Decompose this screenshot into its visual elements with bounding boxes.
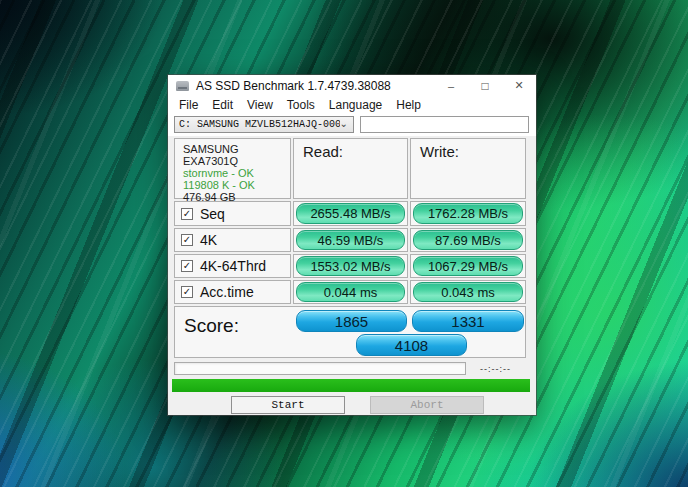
window-controls: – □ ✕ xyxy=(434,75,536,96)
test-row-4k: ✓ 4K xyxy=(174,228,291,252)
4k-write-cell: 87.69 MB/s xyxy=(410,228,526,252)
4k-read-cell: 46.59 MB/s xyxy=(293,228,408,252)
4k64-read-cell: 1553.02 MB/s xyxy=(293,254,408,278)
score-read-value: 1865 xyxy=(296,310,407,332)
device-model: SAMSUNG xyxy=(183,143,290,155)
device-info-panel: SAMSUNG EXA7301Q stornvme - OK 119808 K … xyxy=(174,138,291,199)
4k64-write-value: 1067.29 MB/s xyxy=(413,256,523,276)
menu-help[interactable]: Help xyxy=(389,98,428,112)
test-row-4k64: ✓ 4K-64Thrd xyxy=(174,254,291,278)
device-driver-status: stornvme - OK xyxy=(183,167,290,179)
abort-button[interactable]: Abort xyxy=(370,396,484,414)
checkbox-4k[interactable]: ✓ xyxy=(181,234,193,246)
start-button[interactable]: Start xyxy=(231,396,345,414)
score-label: Score: xyxy=(184,315,239,337)
client-area: SAMSUNG EXA7301Q stornvme - OK 119808 K … xyxy=(168,136,536,414)
checkbox-acctime[interactable]: ✓ xyxy=(181,286,193,298)
checkbox-4k64[interactable]: ✓ xyxy=(181,260,193,272)
4k-write-value: 87.69 MB/s xyxy=(413,230,523,250)
menu-tools[interactable]: Tools xyxy=(280,98,322,112)
acctime-read-value: 0.044 ms xyxy=(296,282,405,302)
seq-write-value: 1762.28 MB/s xyxy=(413,203,523,224)
menu-bar: File Edit View Tools Language Help xyxy=(168,96,536,114)
test-label: Acc.time xyxy=(200,284,254,300)
4k-read-value: 46.59 MB/s xyxy=(296,230,405,250)
4k64-write-cell: 1067.29 MB/s xyxy=(410,254,526,278)
test-label: 4K xyxy=(200,232,217,248)
maximize-icon[interactable]: □ xyxy=(468,75,502,96)
progress-bar-empty xyxy=(174,362,466,375)
menu-file[interactable]: File xyxy=(172,98,205,112)
test-row-seq: ✓ Seq xyxy=(174,201,291,226)
elapsed-time: --:--:-- xyxy=(480,364,511,374)
menu-language[interactable]: Language xyxy=(322,98,389,112)
seq-write-cell: 1762.28 MB/s xyxy=(410,201,526,226)
device-firmware: EXA7301Q xyxy=(183,155,290,167)
drive-selector-value: C: SAMSUNG MZVLB512HAJQ-00000 xyxy=(175,119,340,130)
progress-bar-complete xyxy=(172,379,530,392)
results-grid: SAMSUNG EXA7301Q stornvme - OK 119808 K … xyxy=(174,138,526,358)
app-icon xyxy=(176,81,189,91)
seq-read-value: 2655.48 MB/s xyxy=(296,203,405,224)
acctime-write-cell: 0.043 ms xyxy=(410,280,526,304)
title-bar[interactable]: AS SSD Benchmark 1.7.4739.38088 – □ ✕ xyxy=(168,75,536,96)
progress-row: --:--:-- xyxy=(174,362,529,375)
score-total-value: 4108 xyxy=(356,334,467,356)
test-label: 4K-64Thrd xyxy=(200,258,266,274)
window-title: AS SSD Benchmark 1.7.4739.38088 xyxy=(196,79,391,93)
secondary-field[interactable] xyxy=(360,116,529,133)
toolbar: C: SAMSUNG MZVLB512HAJQ-00000 ⌄ xyxy=(168,114,536,136)
test-label: Seq xyxy=(200,206,225,222)
menu-edit[interactable]: Edit xyxy=(205,98,240,112)
desktop: AS SSD Benchmark 1.7.4739.38088 – □ ✕ Fi… xyxy=(0,0,688,487)
read-column-header: Read: xyxy=(293,138,408,199)
test-row-acctime: ✓ Acc.time xyxy=(174,280,291,304)
device-offset-status: 119808 K - OK xyxy=(183,179,290,191)
close-icon[interactable]: ✕ xyxy=(502,75,536,96)
checkbox-seq[interactable]: ✓ xyxy=(181,208,193,220)
action-row: Start Abort xyxy=(174,396,529,414)
app-window: AS SSD Benchmark 1.7.4739.38088 – □ ✕ Fi… xyxy=(168,75,536,415)
drive-selector[interactable]: C: SAMSUNG MZVLB512HAJQ-00000 ⌄ xyxy=(174,116,354,133)
4k64-read-value: 1553.02 MB/s xyxy=(296,256,405,276)
acctime-write-value: 0.043 ms xyxy=(413,282,523,302)
chevron-down-icon: ⌄ xyxy=(340,118,353,131)
seq-read-cell: 2655.48 MB/s xyxy=(293,201,408,226)
write-column-header: Write: xyxy=(410,138,526,199)
score-write-value: 1331 xyxy=(412,310,524,332)
minimize-icon[interactable]: – xyxy=(434,75,468,96)
score-panel: Score: 1865 1331 4108 xyxy=(174,306,526,358)
menu-view[interactable]: View xyxy=(240,98,280,112)
acctime-read-cell: 0.044 ms xyxy=(293,280,408,304)
